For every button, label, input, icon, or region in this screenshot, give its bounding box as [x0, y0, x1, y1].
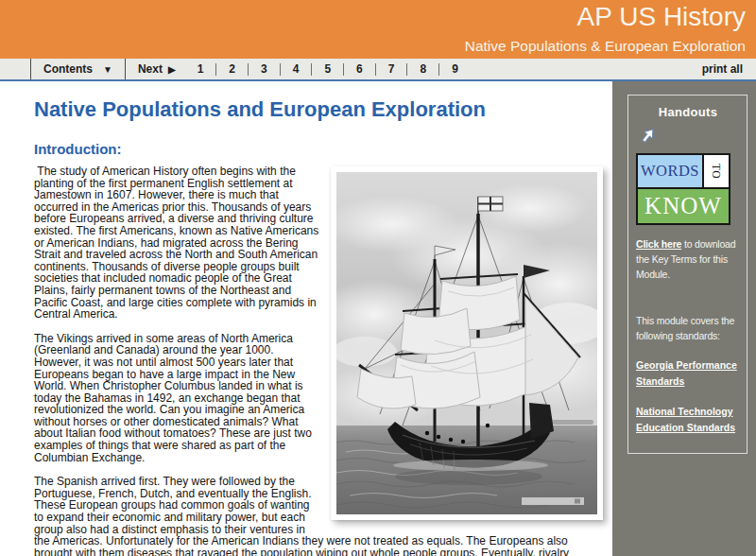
to-label: TO [704, 155, 729, 187]
page-link-8[interactable]: 8 [406, 63, 438, 76]
print-all-link[interactable]: print all [702, 59, 756, 79]
chevron-down-icon: ▼ [103, 64, 112, 75]
contents-label: Contents [43, 62, 93, 76]
page-link-6[interactable]: 6 [343, 63, 375, 76]
article-body: The study of American History often begi… [34, 165, 605, 556]
page-link-1[interactable]: 1 [185, 63, 216, 76]
words-to-know-graphic[interactable]: WORDS TO KNOW [636, 153, 730, 225]
page-title: Native Populations and European Explorat… [34, 97, 612, 122]
standards-intro: This module covers the following standar… [636, 313, 740, 343]
introduction-heading: Introduction: [34, 141, 612, 157]
words-label: WORDS [638, 155, 704, 187]
know-label: KNOW [638, 187, 729, 223]
header: AP US History Native Populations & Europ… [0, 0, 756, 59]
sidebar: Handouts WORDS TO KNOW [612, 81, 756, 556]
handouts-panel: Handouts WORDS TO KNOW [627, 95, 747, 454]
national-technology-education-standards-link[interactable]: National Technology Education Standards [636, 404, 740, 436]
navigation-bar: Contents ▼ Next ▶ 1 2 3 4 5 6 7 8 9 prin… [0, 59, 756, 81]
page-link-2[interactable]: 2 [215, 63, 248, 76]
handouts-heading: Handouts [636, 105, 740, 119]
page-link-9[interactable]: 9 [438, 63, 471, 76]
contents-dropdown[interactable]: Contents ▼ [30, 59, 126, 79]
page-link-7[interactable]: 7 [375, 63, 407, 76]
page-link-5[interactable]: 5 [311, 63, 343, 76]
app-title: AP US History [0, 0, 746, 31]
arrow-right-icon: ▶ [168, 64, 176, 75]
page-number-nav: 1 2 3 4 5 6 7 8 9 [185, 59, 471, 79]
next-label: Next [138, 62, 163, 76]
cursor-arrow-icon [640, 127, 740, 146]
click-here-link[interactable]: Click here [636, 238, 681, 250]
content-area: Native Populations and European Explorat… [0, 81, 756, 556]
download-sentence: Click here to download the Key Terms for… [636, 236, 740, 282]
module-subtitle: Native Populations & European Exploratio… [0, 38, 746, 54]
page-link-3[interactable]: 3 [248, 63, 280, 76]
page: AP US History Native Populations & Europ… [0, 0, 756, 556]
next-button[interactable]: Next ▶ [126, 59, 185, 79]
sailing-ship-photo [331, 166, 603, 520]
georgia-performance-standards-link[interactable]: Georgia Performance Standards [636, 357, 740, 390]
main-content: Native Populations and European Explorat… [0, 81, 612, 556]
page-link-4[interactable]: 4 [280, 63, 312, 76]
